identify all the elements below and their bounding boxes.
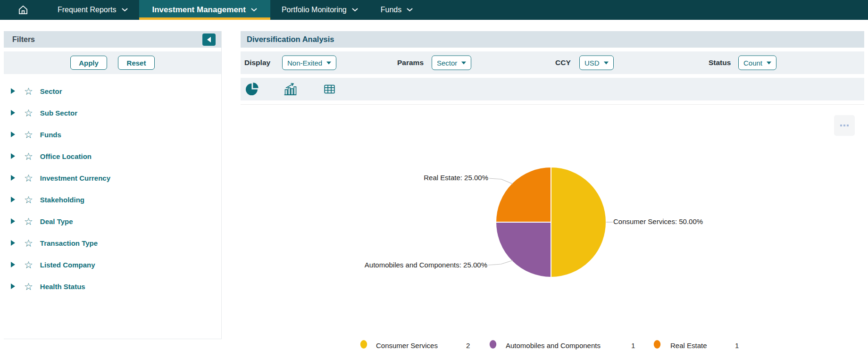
expand-arrow-icon[interactable] [11,240,15,246]
top-nav: Frequent Reports Investment Management P… [0,0,868,20]
leader-line [489,178,513,184]
expand-arrow-icon[interactable] [11,175,15,181]
filter-actions-row: Apply Reset [4,51,221,74]
star-icon[interactable]: ☆ [24,216,33,226]
filter-item-deal-type[interactable]: ☆ Deal Type [4,210,221,232]
display-dropdown-value: Non-Exited [287,59,322,67]
filter-item-label: Health Status [40,283,85,291]
expand-arrow-icon[interactable] [11,132,15,137]
filter-item-label: Funds [40,131,61,139]
expand-arrow-icon[interactable] [11,262,15,267]
collapse-filters-button[interactable] [202,33,216,46]
filter-item-label: Transaction Type [40,239,98,247]
filter-item-office-location[interactable]: ☆ Office Location [4,145,221,167]
nav-item-portfolio-monitoring[interactable]: Portfolio Monitoring [270,0,369,20]
star-icon[interactable]: ☆ [24,238,33,248]
ccy-label: CCY [555,58,571,67]
filter-item-investment-currency[interactable]: ☆ Investment Currency [4,167,221,189]
nav-item-frequent-reports[interactable]: Frequent Reports [46,0,139,20]
caret-down-icon [604,61,609,64]
pie-label-consumer-services: Consumer Services: 50.00% [613,217,703,225]
legend-dot-consumer-services [360,340,367,349]
nav-item-label: Funds [381,6,401,14]
star-icon[interactable]: ☆ [24,282,33,291]
params-dropdown-value: Sector [437,59,457,67]
display-label: Display [244,58,270,67]
star-icon[interactable]: ☆ [24,260,33,270]
ccy-dropdown[interactable]: USD [579,56,614,70]
app-window: Frequent Reports Investment Management P… [0,0,868,358]
expand-arrow-icon[interactable] [11,283,15,289]
pie-slice-real-estate[interactable] [496,167,551,222]
chart-area: Real Estate: 25.00% Consumer Services: 5… [241,104,864,358]
star-icon[interactable]: ☆ [24,151,33,161]
filters-panel-header: Filters [4,31,221,48]
home-button[interactable] [0,0,46,20]
pie-label-automobiles-and-components: Automobiles and Components: 25.00% [365,261,487,269]
status-dropdown[interactable]: Count [738,56,776,70]
chevron-down-icon [251,8,257,12]
pie-slice-automobiles-and-components[interactable] [496,222,551,277]
star-icon[interactable]: ☆ [24,130,33,140]
pie-label-real-estate: Real Estate: 25.00% [424,174,488,182]
legend-count: 2 [466,341,470,350]
view-switcher [241,78,864,100]
legend-label[interactable]: Consumer Services [376,341,438,350]
nav-item-label: Investment Management [152,5,246,15]
status-dropdown-value: Count [743,59,762,67]
filter-item-label: Investment Currency [40,174,110,182]
star-icon[interactable]: ☆ [24,108,33,118]
params-label: Params [397,58,424,67]
ccy-dropdown-value: USD [584,59,600,67]
filter-list: ☆ Sector ☆ Sub Sector ☆ Funds ☆ Office L… [4,74,221,297]
display-dropdown[interactable]: Non-Exited [282,56,336,70]
star-icon[interactable]: ☆ [24,86,33,96]
nav-item-investment-management[interactable]: Investment Management [139,0,270,20]
bar-chart-icon[interactable] [283,82,297,96]
filter-item-label: Office Location [40,152,92,160]
legend-label[interactable]: Real Estate [670,341,707,350]
filter-item-label: Listed Company [40,261,95,269]
caret-down-icon [767,61,771,64]
filter-item-funds[interactable]: ☆ Funds [4,124,221,145]
filter-item-health-status[interactable]: ☆ Health Status [4,275,221,297]
nav-item-label: Portfolio Monitoring [282,6,347,14]
filter-item-transaction-type[interactable]: ☆ Transaction Type [4,232,221,254]
caret-down-icon [326,61,331,64]
chevron-down-icon [407,8,413,12]
filter-item-listed-company[interactable]: ☆ Listed Company [4,254,221,275]
filter-item-label: Sub Sector [40,109,77,117]
chart-legend: Consumer Services 2 Automobiles and Comp… [241,340,864,352]
expand-arrow-icon[interactable] [11,218,15,224]
reset-button[interactable]: Reset [118,56,155,70]
params-dropdown[interactable]: Sector [432,56,471,70]
expand-arrow-icon[interactable] [11,110,15,116]
star-icon[interactable]: ☆ [24,173,33,183]
page-title: Diversification Analysis [247,35,334,44]
filter-item-stakeholding[interactable]: ☆ Stakeholding [4,189,221,210]
caret-down-icon [461,61,466,64]
expand-arrow-icon[interactable] [11,153,15,159]
legend-label[interactable]: Automobiles and Components [506,341,601,350]
leader-line [488,260,513,265]
filter-item-label: Stakeholding [40,196,84,204]
filter-item-sector[interactable]: ☆ Sector [4,80,221,102]
pie-slice-consumer-services[interactable] [551,167,606,277]
expand-arrow-icon[interactable] [11,88,15,94]
chevron-down-icon [352,8,358,12]
status-label: Status [709,58,731,67]
star-icon[interactable]: ☆ [24,195,33,205]
legend-count: 1 [735,341,739,350]
nav-item-label: Frequent Reports [58,6,117,14]
expand-arrow-icon[interactable] [11,197,15,202]
nav-item-funds[interactable]: Funds [369,0,424,20]
filter-item-label: Sector [40,87,62,95]
pie-chart-icon[interactable] [245,83,259,96]
main-header: Diversification Analysis [241,31,864,48]
filter-item-sub-sector[interactable]: ☆ Sub Sector [4,102,221,124]
table-icon[interactable] [323,83,336,96]
toolbar: Display Non-Exited Params Sector CCY USD… [241,51,864,74]
apply-button[interactable]: Apply [70,56,107,70]
chevron-left-icon [207,37,211,42]
chevron-down-icon [122,8,128,12]
